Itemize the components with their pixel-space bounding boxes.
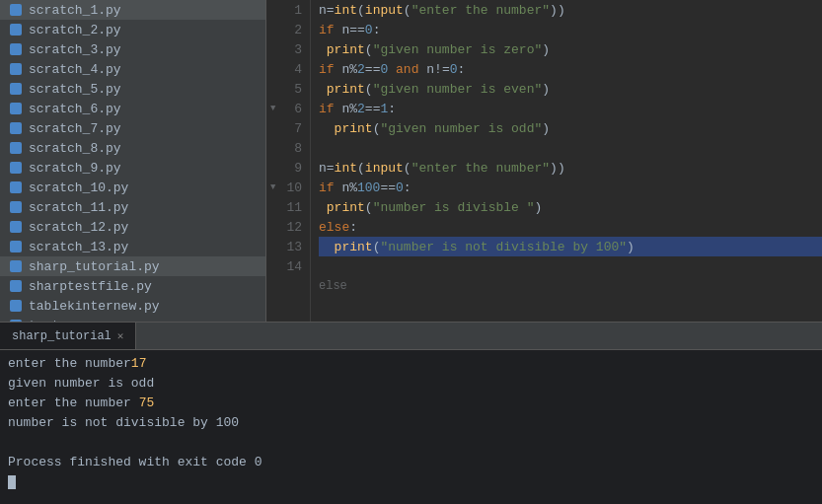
- sidebar-item-sharp-tutorial[interactable]: sharp_tutorial.py: [0, 256, 265, 276]
- sidebar-item-scratch7[interactable]: scratch_7.py: [0, 118, 265, 138]
- py-file-icon: [8, 258, 24, 274]
- terminal-tab-label: sharp_tutorial: [12, 329, 112, 343]
- terminal-output: enter the number17 given number is odd e…: [0, 350, 822, 504]
- sidebar-item-scratch9[interactable]: scratch_9.py: [0, 158, 265, 178]
- code-line-10: if n%100==0:: [319, 178, 822, 197]
- py-file-icon: [8, 199, 24, 215]
- sidebar-item-scratch1[interactable]: scratch_1.py: [0, 0, 265, 20]
- py-file-icon: [8, 278, 24, 294]
- code-line-8: [319, 138, 822, 158]
- line-num-2: 2: [266, 20, 310, 39]
- py-file-icon: [8, 2, 24, 18]
- sidebar-item-label: scratch_10.py: [29, 180, 128, 195]
- sidebar: scratch_1.py scratch_2.py scratch_3.py s…: [0, 0, 266, 322]
- terminal-line-3: enter the number 75: [8, 394, 814, 413]
- terminal-tab-sharp-tutorial[interactable]: sharp_tutorial ✕: [0, 323, 136, 349]
- sidebar-item-label: scratch_11.py: [29, 200, 128, 215]
- terminal-container: sharp_tutorial ✕ enter the number17 give…: [0, 322, 822, 504]
- line-num-7: 7: [266, 118, 310, 138]
- sidebar-item-scratch10[interactable]: scratch_10.py: [0, 178, 265, 197]
- sidebar-item-label: tablekinternew.py: [29, 299, 160, 314]
- line-num-11: 11: [266, 197, 310, 217]
- terminal-tabs: sharp_tutorial ✕: [0, 323, 822, 350]
- sidebar-item-scratch4[interactable]: scratch_4.py: [0, 59, 265, 79]
- sidebar-item-sharptestfile[interactable]: sharptestfile.py: [0, 276, 265, 296]
- code-line-4: if n%2==0 and n!=0:: [319, 59, 822, 79]
- terminal-line-6: Process finished with exit code 0: [8, 453, 814, 472]
- terminal-line-4: number is not divisible by 100: [8, 413, 814, 433]
- terminal-tab-close[interactable]: ✕: [117, 329, 124, 342]
- sidebar-item-label: sharptestfile.py: [29, 279, 152, 294]
- line-num-1: 1: [266, 0, 310, 20]
- py-file-icon: [8, 160, 24, 176]
- terminal-line-2: given number is odd: [8, 374, 814, 394]
- py-file-icon: [8, 219, 24, 235]
- code-line-11: print("number is divisble "): [319, 197, 822, 217]
- py-file-icon: [8, 61, 24, 77]
- py-file-icon: [8, 239, 24, 254]
- code-content: n=int(input("enter the number")) if n==0…: [311, 0, 822, 322]
- sidebar-item-label: scratch_6.py: [29, 102, 121, 116]
- sidebar-item-label: scratch_7.py: [29, 121, 121, 136]
- code-line-else: else: [319, 276, 822, 296]
- py-file-icon: [8, 140, 24, 156]
- line-num-13: 13: [266, 237, 310, 256]
- sidebar-item-label: scratch_2.py: [29, 23, 121, 37]
- line-num-12: 12: [266, 217, 310, 237]
- line-num-8: 8: [266, 138, 310, 158]
- sidebar-item-label: scratch_13.py: [29, 240, 128, 254]
- main-area: scratch_1.py scratch_2.py scratch_3.py s…: [0, 0, 822, 322]
- sidebar-item-label: scratch_1.py: [29, 3, 121, 18]
- py-file-icon: [8, 22, 24, 37]
- sidebar-item-scratch2[interactable]: scratch_2.py: [0, 20, 265, 39]
- sidebar-item-label: scratch_9.py: [29, 161, 121, 176]
- py-file-icon: [8, 298, 24, 314]
- sidebar-item-label: sharp_tutorial.py: [29, 259, 160, 274]
- terminal-line-5: [8, 433, 814, 453]
- code-line-9: n=int(input("enter the number")): [319, 158, 822, 178]
- code-line-1: n=int(input("enter the number")): [319, 0, 822, 20]
- code-line-12: else:: [319, 217, 822, 237]
- sidebar-item-label: scratch_5.py: [29, 82, 121, 97]
- py-file-icon: [8, 180, 24, 195]
- terminal-cursor-line: [8, 472, 814, 492]
- sidebar-item-scratch5[interactable]: scratch_5.py: [0, 79, 265, 99]
- line-num-14: 14: [266, 256, 310, 276]
- sidebar-item-scratch6[interactable]: scratch_6.py: [0, 99, 265, 118]
- line-num-10: 10: [266, 178, 310, 197]
- code-line-6: if n%2==1:: [319, 99, 822, 118]
- sidebar-item-label: scratch_3.py: [29, 42, 121, 57]
- sidebar-item-label: scratch_8.py: [29, 141, 121, 156]
- sidebar-item-scratch11[interactable]: scratch_11.py: [0, 197, 265, 217]
- line-num-6: 6: [266, 99, 310, 118]
- code-line-2: if n==0:: [319, 20, 822, 39]
- line-num-5: 5: [266, 79, 310, 99]
- line-num-4: 4: [266, 59, 310, 79]
- code-line-5: print("given number is even"): [319, 79, 822, 99]
- code-line-14: [319, 256, 822, 276]
- terminal-line-1: enter the number17: [8, 354, 814, 374]
- py-file-icon: [8, 101, 24, 116]
- line-num-9: 9: [266, 158, 310, 178]
- sidebar-item-scratch13[interactable]: scratch_13.py: [0, 237, 265, 256]
- sidebar-item-label: scratch_4.py: [29, 62, 121, 77]
- line-numbers: 1 2 3 4 5 6 7 8 9 10 11 12 13 14: [266, 0, 311, 322]
- py-file-icon: [8, 41, 24, 57]
- sidebar-item-scratch3[interactable]: scratch_3.py: [0, 39, 265, 59]
- code-line-3: print("given number is zero"): [319, 39, 822, 59]
- sidebar-item-label: scratch_12.py: [29, 220, 128, 235]
- line-num-3: 3: [266, 39, 310, 59]
- code-area: 1 2 3 4 5 6 7 8 9 10 11 12 13 14 n=int(i…: [266, 0, 822, 322]
- py-file-icon: [8, 81, 24, 97]
- code-editor[interactable]: 1 2 3 4 5 6 7 8 9 10 11 12 13 14 n=int(i…: [266, 0, 822, 322]
- py-file-icon: [8, 120, 24, 136]
- sidebar-item-scratch12[interactable]: scratch_12.py: [0, 217, 265, 237]
- code-line-13: print("number is not divisible by 100"): [319, 237, 822, 256]
- code-line-7: print("given number is odd"): [319, 118, 822, 138]
- sidebar-item-tablekintrnew[interactable]: tablekinternew.py: [0, 296, 265, 316]
- sidebar-item-scratch8[interactable]: scratch_8.py: [0, 138, 265, 158]
